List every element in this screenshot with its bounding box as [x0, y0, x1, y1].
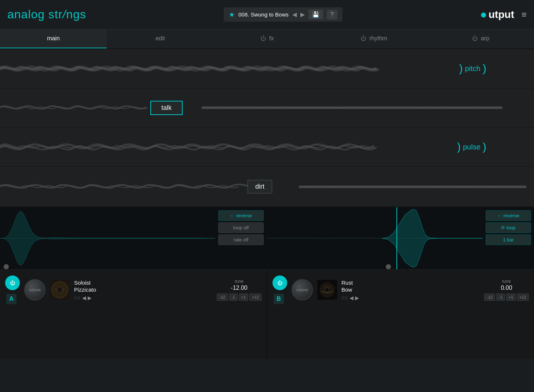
channel-a-instrument-name: Soloist Pizzicato — [74, 279, 212, 293]
channel-b-instrument-name: Rust Bow — [341, 279, 480, 293]
channel-b-tune-plus12[interactable]: +12 — [517, 293, 529, 301]
channel-a-tune-minus12[interactable]: -12 — [217, 293, 228, 301]
tab-fx-label: fx — [269, 35, 274, 41]
channel-a-tune-plus1[interactable]: +1 — [239, 293, 249, 301]
channel-a-nav-dots: |||| — [74, 296, 81, 300]
channel-b-tune-minus12[interactable]: -12 — [484, 293, 495, 301]
channel-b-nav-prev[interactable]: ◀ — [350, 295, 354, 301]
tab-main[interactable]: main — [0, 29, 107, 48]
channel-a-volume-knob[interactable]: volume — [24, 279, 45, 300]
preset-prev-button[interactable]: ◀ — [292, 11, 297, 18]
dirt-label: dirt — [255, 183, 264, 190]
channel-a-power-button[interactable]: ⏻ — [5, 275, 20, 290]
dirt-label-box: dirt — [248, 180, 272, 193]
channel-a-letter: A — [6, 294, 17, 304]
pitch-bracket-right: ) — [483, 62, 486, 75]
output-logo: ● utput — [480, 8, 514, 21]
tab-arp[interactable]: ⏻ arp — [427, 29, 534, 48]
channel-b-reverse-button[interactable]: ← reverse — [486, 210, 531, 221]
channel-b-volume-knob[interactable]: volume — [292, 279, 313, 300]
pitch-label: pitch — [465, 64, 480, 73]
tab-edit[interactable]: edit — [107, 29, 213, 48]
pulse-bracket-right: ) — [483, 141, 486, 153]
tab-rhythm[interactable]: ⏻ rhythm — [321, 29, 427, 48]
preset-next-button[interactable]: ▶ — [300, 11, 305, 18]
channel-b-tune-label: tune — [484, 279, 529, 284]
string-visual-dirt-left — [0, 177, 253, 197]
string-row-pulse: ) pulse ) — [0, 127, 534, 167]
channel-a-tune-value: -12.00 — [217, 285, 261, 291]
channel-a-loop-button[interactable]: loop off — [218, 222, 264, 233]
tab-rhythm-label: rhythm — [369, 35, 387, 41]
channel-a-thumb-image — [50, 280, 70, 300]
menu-icon[interactable]: ≡ — [522, 10, 527, 20]
channel-a-controls: ← ← reversereverse loop off rate off — [215, 207, 267, 269]
channel-b-volume-label: volume — [296, 288, 308, 292]
tab-edit-label: edit — [156, 35, 165, 41]
channel-b-nav-dots: |||| — [341, 296, 348, 300]
tabs-bar: main edit ⏻ fx ⏻ rhythm ⏻ arp — [0, 29, 534, 49]
channel-a-tune-minus1[interactable]: -1 — [229, 293, 238, 301]
talk-label-box: talk — [150, 101, 183, 115]
channel-a-nav-next[interactable]: ▶ — [88, 295, 92, 301]
output-text: utput — [489, 9, 514, 21]
string-visual-talk-right — [202, 104, 502, 111]
string-visual-talk-left — [0, 99, 154, 117]
channel-b-scroll-marker[interactable] — [386, 264, 391, 269]
channel-b-instrument-info: Rust Bow |||| ◀ ▶ — [341, 279, 480, 301]
channel-b-tune-plus1[interactable]: +1 — [506, 293, 516, 301]
channel-b-waveform-svg — [267, 207, 483, 269]
string-row-pitch: ) pitch ) — [0, 49, 534, 88]
channel-b-power-button[interactable]: ⏻ — [273, 275, 287, 290]
channel-a: ← ← reversereverse loop off rate off ⏻ A… — [0, 207, 267, 359]
channel-b-bar-button[interactable]: 1 bar — [486, 234, 531, 245]
pitch-label-container: ) pitch ) — [459, 62, 486, 75]
tab-main-label: main — [47, 35, 60, 41]
svg-rect-1 — [202, 107, 502, 108]
channel-b-thumb-image — [317, 280, 337, 300]
favorite-icon[interactable]: ★ — [229, 11, 235, 19]
header: analog str/ngs ★ 008. Swung to Bows ◀ ▶ … — [0, 0, 534, 29]
tab-fx[interactable]: ⏻ fx — [213, 29, 320, 48]
reverse-arrow-icon: ← — [230, 213, 235, 218]
channel-a-instrument-nav: |||| ◀ ▶ — [74, 295, 212, 301]
channel-b-playhead — [396, 207, 397, 269]
channel-b-instrument-nav: |||| ◀ ▶ — [341, 295, 480, 301]
svg-point-17 — [325, 288, 329, 292]
channel-b-tune: tune 0.00 -12 -1 +1 +12 — [484, 279, 529, 301]
preset-bar: ★ 008. Swung to Bows ◀ ▶ 💾 ? — [224, 7, 343, 22]
save-button[interactable]: 💾 — [308, 10, 323, 19]
channel-a-scroll-marker[interactable] — [4, 264, 9, 269]
tab-arp-label: arp — [481, 35, 489, 41]
rate-label: rate off — [234, 237, 248, 243]
channel-a-tune-label: tune — [217, 279, 261, 284]
channel-b-tune-minus1[interactable]: -1 — [496, 293, 505, 301]
channel-a-bottom: ⏻ A volume Soloist — [0, 270, 267, 310]
channel-b-waveform — [267, 207, 483, 269]
tab-arp-power-icon: ⏻ — [472, 35, 478, 41]
channel-a-tune-buttons: -12 -1 +1 +12 — [217, 293, 261, 301]
string-visual-pulse — [0, 136, 440, 158]
channel-b-tune-value: 0.00 — [484, 285, 529, 291]
channel-a-reverse-button[interactable]: ← ← reversereverse — [218, 210, 264, 221]
channel-b-controls: ← reverse ⟳ loop 1 bar — [483, 207, 534, 269]
channel-b-loop-button[interactable]: ⟳ loop — [486, 222, 531, 233]
channel-a-nav-prev[interactable]: ◀ — [82, 295, 86, 301]
channel-a-waveform-svg — [0, 207, 215, 269]
channel-a-rate-button[interactable]: rate off — [218, 234, 264, 245]
channel-a-waveform-area: ← ← reversereverse loop off rate off — [0, 207, 267, 270]
bottom-section: ← ← reversereverse loop off rate off ⏻ A… — [0, 207, 534, 359]
string-row-talk: talk — [0, 88, 534, 127]
channel-b-reverse-arrow-icon: ← — [497, 213, 502, 218]
talk-label: talk — [161, 104, 172, 111]
pulse-bracket-left: ) — [457, 141, 461, 153]
channel-a-tune: tune -12.00 -12 -1 +1 +12 — [217, 279, 261, 301]
channel-b-instrument-thumb — [317, 280, 337, 300]
string-row-dirt: dirt — [0, 167, 534, 207]
channel-b-nav-next[interactable]: ▶ — [355, 295, 359, 301]
strings-area: ) pitch ) talk — [0, 49, 534, 207]
help-button[interactable]: ? — [327, 10, 337, 19]
channel-b-loop-icon: ⟳ — [501, 225, 505, 230]
channel-a-tune-plus12[interactable]: +12 — [249, 293, 261, 301]
preset-name: 008. Swung to Bows — [238, 11, 289, 18]
